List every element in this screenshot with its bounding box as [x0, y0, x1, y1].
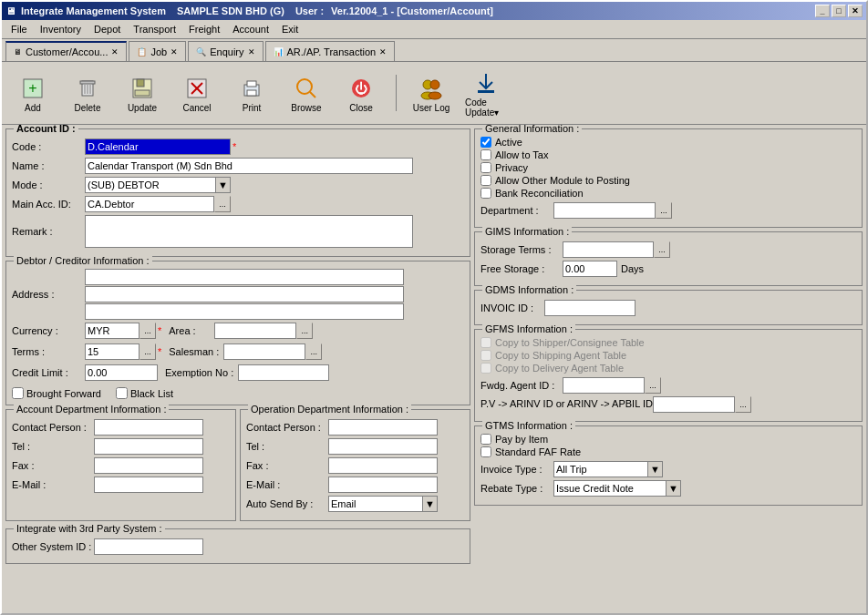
integrate-title: Integrate with 3rd Party System :: [14, 523, 165, 534]
credit-limit-input[interactable]: [85, 364, 158, 381]
pay-by-item-checkbox[interactable]: [480, 434, 491, 445]
close-button-toolbar[interactable]: ⏻ Close: [337, 71, 385, 116]
address-line2[interactable]: [85, 286, 404, 302]
currency-input[interactable]: [85, 323, 140, 339]
bank-reconciliation-checkbox[interactable]: [480, 188, 491, 199]
remark-input[interactable]: [85, 215, 413, 248]
op-email-input[interactable]: [328, 477, 438, 493]
maximize-button[interactable]: □: [832, 5, 846, 17]
account-dept-section: Account Department Information : Contact…: [5, 409, 236, 521]
department-input[interactable]: [553, 202, 656, 219]
userlog-button[interactable]: User Log: [408, 71, 455, 116]
currency-browse-btn[interactable]: ...: [140, 323, 156, 339]
add-button[interactable]: + Add: [9, 71, 57, 116]
fwdg-agent-browse-btn[interactable]: ...: [645, 377, 661, 394]
acct-contact-label: Contact Person :: [12, 422, 94, 433]
tab-ar-ap[interactable]: 📊 AR./AP. Transaction ✕: [265, 41, 396, 61]
menu-exit[interactable]: Exit: [276, 22, 304, 36]
close-button[interactable]: ✕: [848, 5, 863, 17]
invoice-type-dropdown-btn[interactable]: ▼: [647, 462, 662, 477]
tab-close-enquiry[interactable]: ✕: [248, 47, 255, 56]
invoic-id-label: INVOIC ID :: [480, 302, 544, 313]
name-label: Name :: [12, 160, 85, 171]
pv-arinv-browse-btn[interactable]: ...: [735, 396, 751, 413]
op-fax-input[interactable]: [328, 457, 438, 474]
tab-close-job[interactable]: ✕: [170, 47, 178, 56]
pv-arinv-input[interactable]: [653, 396, 735, 413]
terms-label: Terms :: [12, 346, 85, 357]
address-line1[interactable]: [85, 269, 404, 285]
storage-terms-browse-btn[interactable]: ...: [654, 241, 670, 258]
area-row: Area : ...: [169, 323, 313, 339]
op-tel-input[interactable]: [328, 438, 438, 455]
rebate-type-dropdown-btn[interactable]: ▼: [666, 481, 680, 496]
area-input[interactable]: [214, 323, 296, 339]
terms-input[interactable]: [85, 343, 140, 360]
acct-email-row: E-Mail :: [12, 477, 230, 493]
invoic-id-input[interactable]: [544, 300, 636, 316]
integrate-section: Integrate with 3rd Party System : Other …: [5, 528, 470, 564]
tab-enquiry[interactable]: 🔍 Enquiry ✕: [188, 41, 263, 61]
main-acc-input[interactable]: [85, 196, 214, 212]
menu-inventory[interactable]: Inventory: [35, 22, 87, 36]
menu-freight[interactable]: Freight: [183, 22, 225, 36]
tab-customer-account[interactable]: 🖥 Customer/Accou... ✕: [5, 41, 127, 61]
code-update-button[interactable]: Code Update▾: [462, 66, 510, 120]
code-input[interactable]: [85, 138, 231, 155]
terms-required: *: [158, 346, 161, 357]
acct-email-input[interactable]: [94, 477, 203, 493]
currency-area-row: Currency : ... * Area : ...: [12, 323, 464, 342]
brought-forward-checkbox[interactable]: [12, 387, 24, 399]
mode-dropdown-btn[interactable]: ▼: [215, 178, 230, 192]
print-button[interactable]: Print: [228, 71, 275, 116]
update-button[interactable]: Update: [119, 71, 166, 116]
user-label: User :: [295, 5, 324, 16]
free-storage-label: Free Storage :: [480, 263, 563, 274]
invoice-type-label: Invoice Type :: [480, 464, 553, 475]
privacy-checkbox[interactable]: [480, 162, 491, 173]
allow-other-checkbox[interactable]: [480, 175, 491, 186]
active-checkbox[interactable]: [480, 137, 491, 148]
auto-send-row: Auto Send By : Email ▼: [246, 496, 464, 512]
acct-fax-input[interactable]: [94, 457, 203, 474]
black-list-checkbox[interactable]: [116, 387, 128, 399]
menu-depot[interactable]: Depot: [88, 22, 126, 36]
gfms-info-title: GFMS Information :: [482, 323, 575, 334]
minimize-button[interactable]: _: [815, 5, 830, 17]
auto-send-value: Email: [329, 498, 422, 509]
area-browse-btn[interactable]: ...: [296, 323, 313, 339]
standard-faf-checkbox[interactable]: [480, 446, 491, 457]
storage-terms-input[interactable]: [563, 241, 654, 258]
main-acc-browse-btn[interactable]: ...: [214, 196, 231, 212]
browse-button[interactable]: Browse: [283, 71, 330, 116]
other-system-input[interactable]: [94, 538, 203, 555]
acct-contact-input[interactable]: [94, 419, 203, 436]
terms-browse-btn[interactable]: ...: [140, 343, 156, 360]
brought-forward-label: Brought Forward: [12, 387, 101, 399]
auto-send-dropdown-btn[interactable]: ▼: [422, 497, 437, 511]
salesman-browse-btn[interactable]: ...: [305, 343, 322, 360]
allow-tax-checkbox[interactable]: [480, 149, 491, 160]
cancel-icon: [182, 74, 212, 103]
tab-close-customer[interactable]: ✕: [111, 47, 119, 56]
department-browse-btn[interactable]: ...: [656, 202, 672, 219]
cancel-button[interactable]: Cancel: [173, 71, 221, 116]
salesman-input[interactable]: [223, 343, 305, 360]
toolbar-separator: [396, 75, 397, 111]
address-line3[interactable]: [85, 303, 404, 320]
free-storage-input[interactable]: [563, 261, 617, 277]
gtms-info-section: GTMS Information : Pay by Item Standard …: [474, 425, 863, 506]
tab-job[interactable]: 📋 Job ✕: [129, 41, 186, 61]
update-icon: [128, 74, 157, 103]
fwdg-agent-input[interactable]: [563, 377, 645, 394]
op-contact-input[interactable]: [328, 419, 438, 436]
menu-account[interactable]: Account: [227, 22, 274, 36]
address-label: Address :: [12, 289, 85, 300]
name-input[interactable]: [85, 158, 413, 174]
menu-file[interactable]: File: [5, 22, 33, 36]
acct-tel-input[interactable]: [94, 438, 203, 455]
tab-close-ar-ap[interactable]: ✕: [379, 47, 387, 56]
exemption-input[interactable]: [238, 364, 329, 381]
menu-transport[interactable]: Transport: [128, 22, 181, 36]
delete-button[interactable]: Delete: [64, 71, 111, 116]
